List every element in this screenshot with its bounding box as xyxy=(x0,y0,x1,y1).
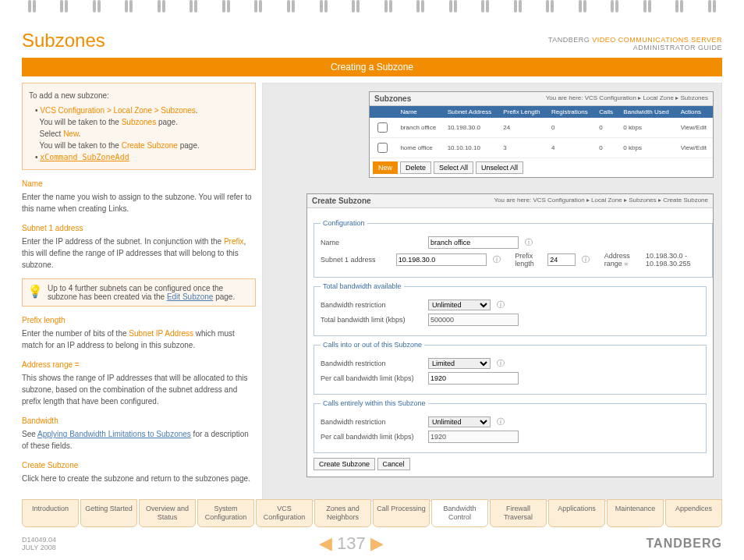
info-icon[interactable]: ⓘ xyxy=(497,416,505,427)
info-icon[interactable]: ⓘ xyxy=(497,299,505,310)
table-row: branch office10.198.30.024000 kbpsView/E… xyxy=(370,118,713,138)
prefix-input[interactable] xyxy=(547,253,576,266)
bw-restriction-select[interactable]: Unlimited xyxy=(428,299,491,310)
brand-logo: TANDBERG xyxy=(647,537,722,551)
tab-appendices[interactable]: Appendices xyxy=(665,499,722,527)
info-icon[interactable]: ⓘ xyxy=(525,237,533,248)
info-icon[interactable]: ⓘ xyxy=(493,254,501,265)
delete-button[interactable]: Delete xyxy=(400,161,431,174)
cancel-button[interactable]: Cancel xyxy=(377,458,410,470)
tab-call-processing[interactable]: Call Processing xyxy=(373,499,430,527)
create-heading: Create Subzone xyxy=(22,459,256,471)
tab-zones[interactable]: Zones and Neighbors xyxy=(314,499,371,527)
create-subzone-panel: Create SubzoneYou are here: VCS Configur… xyxy=(306,193,714,477)
subnet1-input[interactable] xyxy=(396,253,487,266)
xcommand-link[interactable]: xCommand SubZoneAdd xyxy=(40,153,129,161)
tab-vcs-config[interactable]: VCS Configuration xyxy=(256,499,313,527)
tip-box: 💡 Up to 4 further subnets can be configu… xyxy=(22,278,256,307)
next-page-icon[interactable]: ▶ xyxy=(370,533,384,554)
prefix-heading: Prefix length xyxy=(22,314,256,326)
prefix-link[interactable]: Prefix xyxy=(224,237,244,246)
tab-bandwidth[interactable]: Bandwidth Control xyxy=(431,499,488,527)
prev-page-icon[interactable]: ◀ xyxy=(319,533,332,554)
tab-firewall[interactable]: Firewall Traversal xyxy=(490,499,547,527)
spiral-binding xyxy=(0,0,744,22)
intro-box: To add a new subzone: • VCS Configuratio… xyxy=(22,83,256,170)
info-icon[interactable]: ⓘ xyxy=(582,254,590,265)
name-heading: Name xyxy=(22,178,256,190)
bw-limits-link[interactable]: Applying Bandwidth Limitations to Subzon… xyxy=(37,430,191,438)
subzones-table: NameSubnet AddressPrefix LengthRegistrat… xyxy=(370,106,713,158)
bandwidth-heading: Bandwidth xyxy=(22,415,256,427)
tab-system-config[interactable]: System Configuration xyxy=(197,499,254,527)
subnet1-heading: Subnet 1 address xyxy=(22,222,256,234)
create-subzone-button[interactable]: Create Subzone xyxy=(314,458,375,470)
page-title: Subzones xyxy=(22,30,105,51)
edit-subzone-link[interactable]: Edit Subzone xyxy=(167,292,214,301)
nav-tabs: Introduction Getting Started Overview an… xyxy=(22,499,722,527)
tab-getting-started[interactable]: Getting Started xyxy=(80,499,137,527)
name-input[interactable] xyxy=(428,236,519,249)
table-row: home office10.10.10.103400 kbpsView/Edit xyxy=(370,138,713,158)
subzones-list-panel: SubzonesYou are here: VCS Configuration … xyxy=(369,91,714,178)
percall-io-input[interactable] xyxy=(428,372,519,385)
calls-io-restriction-select[interactable]: Limited xyxy=(428,358,491,369)
doc-id: D14049.04JULY 2008 xyxy=(22,536,56,551)
unselect-all-button[interactable]: Unselect All xyxy=(476,161,523,174)
percall-within-input xyxy=(428,431,519,443)
range-heading: Address range = xyxy=(22,359,256,370)
calls-within-restriction-select[interactable]: Unlimited xyxy=(428,416,491,427)
row-checkbox[interactable] xyxy=(377,143,388,153)
tab-introduction[interactable]: Introduction xyxy=(22,499,79,527)
tab-applications[interactable]: Applications xyxy=(548,499,605,527)
tab-maintenance[interactable]: Maintenance xyxy=(607,499,664,527)
section-bar: Creating a Subzone xyxy=(22,58,722,76)
tab-overview[interactable]: Overview and Status xyxy=(139,499,196,527)
info-icon[interactable]: ⓘ xyxy=(497,358,505,369)
page-nav: ◀137▶ xyxy=(319,533,384,554)
lightbulb-icon: 💡 xyxy=(27,284,43,301)
new-button[interactable]: New xyxy=(373,161,398,174)
total-bw-input xyxy=(428,314,519,326)
row-checkbox[interactable] xyxy=(377,122,388,133)
subnet-ip-link[interactable]: Subnet IP Address xyxy=(129,329,193,338)
select-all-button[interactable]: Select All xyxy=(434,161,473,174)
guide-label: TANDBERG VIDEO COMMUNICATIONS SERVER ADM… xyxy=(548,36,722,51)
